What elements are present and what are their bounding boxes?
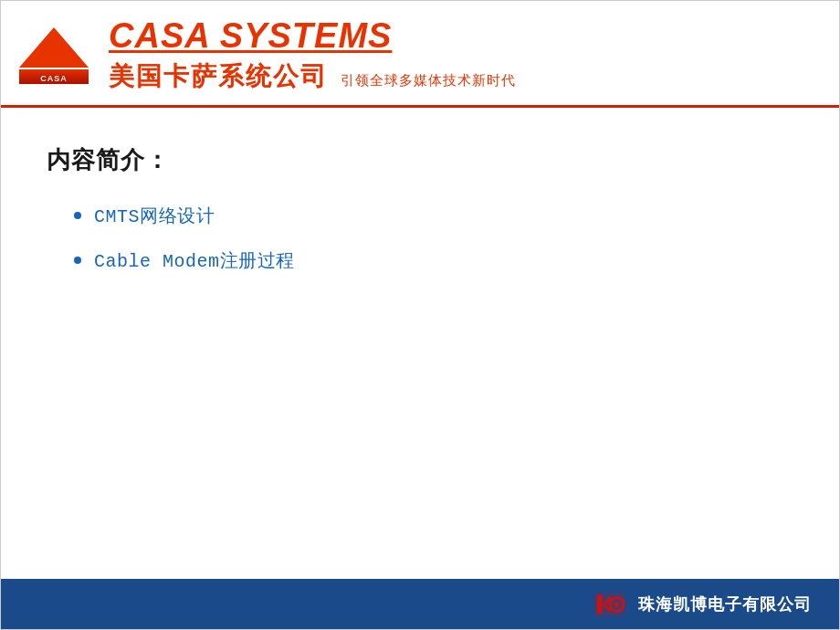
logo-area (19, 27, 89, 84)
section-title: 内容简介： (47, 144, 793, 176)
main-content: 内容简介： CMTS网络设计 Cable Modem注册过程 (1, 108, 839, 311)
logo-triangle-icon (19, 27, 89, 68)
company-name-cn: 美国卡萨系统公司 (109, 59, 328, 94)
footer-company-name: 珠海凯博电子有限公司 (638, 593, 812, 615)
company-subtitle-row: 美国卡萨系统公司 引领全球多媒体技术新时代 (109, 59, 516, 94)
bullet-list: CMTS网络设计 Cable Modem注册过程 (47, 204, 793, 273)
title-area: CASA SYSTEMS 美国卡萨系统公司 引领全球多媒体技术新时代 (109, 17, 516, 94)
list-item: CMTS网络设计 (74, 204, 793, 228)
logo-base (19, 69, 89, 84)
bullet-text-2: Cable Modem注册过程 (94, 248, 295, 273)
svg-point-4 (614, 602, 620, 607)
header: CASA SYSTEMS 美国卡萨系统公司 引领全球多媒体技术新时代 (1, 1, 839, 108)
company-tagline: 引领全球多媒体技术新时代 (341, 72, 516, 89)
footer: 珠海凯博电子有限公司 (1, 579, 839, 629)
list-item: Cable Modem注册过程 (74, 248, 793, 273)
bullet-text-1: CMTS网络设计 (94, 204, 215, 228)
bullet-dot-icon (74, 212, 81, 219)
bullet-dot-icon (74, 257, 81, 264)
kaibo-logo-icon (593, 591, 627, 618)
svg-rect-1 (597, 594, 603, 614)
company-name-en: CASA SYSTEMS (109, 17, 516, 56)
